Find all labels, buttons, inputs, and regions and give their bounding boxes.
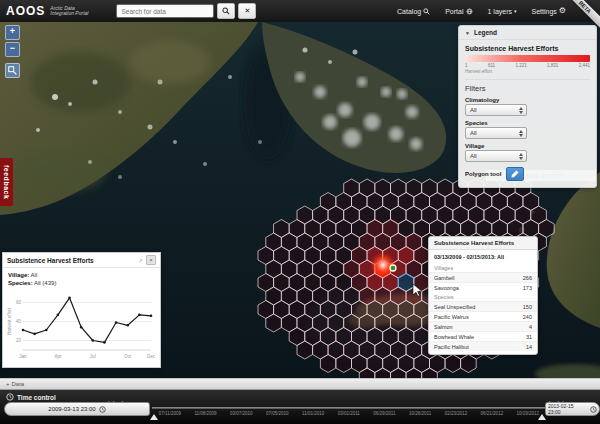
timeline-track[interactable] — [152, 407, 546, 409]
legend-panel: ▼ Legend Subsistence Harvest Efforts 161… — [458, 25, 597, 188]
filter-climatology: ClimatologyAll — [465, 97, 590, 116]
filter-label: Species — [465, 120, 590, 126]
timeline-start-handle[interactable] — [150, 414, 158, 420]
timeline-tick: 03/07/2010 — [230, 411, 253, 416]
table-row: Gambell266 — [429, 272, 537, 282]
clock-icon — [99, 406, 106, 413]
search-icon — [222, 7, 230, 15]
scale-tick: 2,441 — [579, 63, 590, 68]
svg-text:40: 40 — [16, 319, 22, 324]
color-scale-label: Harvest effort — [465, 69, 590, 74]
data-panel-toggle[interactable]: + Data — [6, 381, 24, 387]
close-icon[interactable]: × — [146, 255, 156, 265]
clear-search-button[interactable]: ✕ — [238, 3, 256, 19]
hex-cell[interactable] — [266, 314, 282, 332]
hex-info-popup: Subsistence Harvest Efforts 03/13/2009 -… — [428, 236, 538, 355]
villages-table: Gambell266Savoonga173 — [429, 272, 537, 292]
select-caret-icon — [519, 153, 523, 160]
timeline-tick: 07/11/2009 — [159, 411, 181, 416]
timeline-start-date[interactable]: 2009-03-13 23:00 — [4, 402, 150, 416]
popup-title: Subsistence Harvest Efforts — [429, 237, 537, 250]
scale-tick: 1,831 — [547, 63, 558, 68]
data-panel-bar: + Data — [0, 378, 600, 390]
nav-settings[interactable]: Settings ⚙ — [532, 7, 566, 15]
harvest-chart-panel: Subsistence Harvest Efforts ↗ × Village:… — [2, 252, 161, 368]
pencil-icon — [511, 170, 519, 178]
village-marker[interactable] — [390, 265, 396, 271]
header-nav: Catalog Portal 1 layers ▾ Settings ⚙ — [397, 7, 566, 15]
search-input[interactable] — [116, 4, 214, 18]
timeline-tick: 10/19/2012 — [517, 411, 540, 416]
search-icon — [423, 8, 430, 15]
search-button[interactable] — [217, 3, 235, 19]
hex-cell[interactable] — [297, 341, 313, 359]
timeline-tick: 02/23/2012 — [445, 411, 468, 416]
table-row: Seal Unspecified150 — [429, 301, 537, 311]
svg-text:Harvest effort: Harvest effort — [7, 307, 12, 335]
aoos-logo[interactable]: AOOS Arctic Data Integration Portal — [6, 4, 88, 18]
timeline-tick: 07/05/2010 — [266, 411, 289, 416]
svg-text:Jan: Jan — [19, 354, 27, 359]
time-control-title: Time control — [6, 393, 56, 401]
timeline-tick: 10/26/2011 — [409, 411, 431, 416]
chart-panel-title: Subsistence Harvest Efforts — [7, 257, 138, 264]
select-caret-icon — [519, 107, 523, 114]
nav-portal[interactable]: Portal — [445, 8, 472, 15]
filter-select-climatology[interactable]: All — [465, 104, 527, 116]
scale-tick: 1 — [465, 63, 468, 68]
table-row: Pacific Halibut14 — [429, 341, 537, 351]
time-control-bar: Time control |◀ ◀ ▶ ▶| 07/11/200911/08/2… — [0, 390, 600, 424]
top-header: AOOS Arctic Data Integration Portal ✕ Ca… — [0, 0, 600, 22]
svg-text:Jul: Jul — [90, 354, 96, 359]
map-zoom-controls: + − — [5, 25, 20, 80]
chart-filters-summary: Village: All Species: All (439) — [3, 268, 160, 287]
filters-title: Filters — [465, 84, 590, 93]
harvest-effort-line-chart: 204060Harvest effortJanAprJulOctDec — [6, 288, 155, 360]
svg-text:60: 60 — [16, 300, 22, 305]
table-row: Pacific Walrus240 — [429, 311, 537, 321]
external-link-icon[interactable]: ↗ — [138, 257, 143, 264]
table-row: Bowhead Whale31 — [429, 331, 537, 341]
timeline-tick: 11/08/2009 — [194, 411, 216, 416]
nav-catalog[interactable]: Catalog — [397, 8, 430, 15]
globe-icon — [466, 8, 473, 15]
polygon-tool-button[interactable] — [506, 167, 524, 181]
timeline-tick-labels: 07/11/200911/08/200903/07/201007/05/2010… — [152, 411, 546, 416]
filter-select-village[interactable]: All — [465, 150, 527, 162]
hex-cell[interactable] — [320, 355, 336, 373]
table-row: Salmon4 — [429, 321, 537, 331]
species-section-label: Species — [429, 292, 537, 301]
color-scale-gradient — [465, 55, 590, 62]
clock-icon — [590, 406, 597, 413]
table-row: Savoonga173 — [429, 282, 537, 292]
clock-icon — [6, 393, 14, 401]
logo-text: AOOS — [6, 4, 45, 18]
scale-tick: 611 — [488, 63, 495, 68]
filter-label: Climatology — [465, 97, 590, 103]
hex-cell[interactable] — [461, 355, 477, 373]
nav-layers[interactable]: 1 layers ▾ — [488, 8, 517, 15]
timeline-tick: 06/21/2012 — [481, 411, 504, 416]
timeline-tick: 03/01/2011 — [338, 411, 360, 416]
hex-cell[interactable] — [336, 355, 352, 373]
timeline-end-date[interactable]: 2013-02-15 23:00 — [545, 402, 600, 416]
scale-tick: 1,221 — [515, 63, 526, 68]
species-table: Seal Unspecified150Pacific Walrus240Salm… — [429, 301, 537, 351]
feedback-tab[interactable]: feedback — [0, 158, 13, 206]
hex-cell[interactable] — [445, 355, 461, 373]
zoom-out-button[interactable]: − — [5, 42, 20, 57]
filter-select-species[interactable]: All — [465, 127, 527, 139]
timeline-tick: 06/29/2011 — [373, 411, 395, 416]
zoom-in-button[interactable]: + — [5, 25, 20, 40]
zoom-extent-button[interactable] — [5, 63, 20, 78]
legend-collapse-header[interactable]: ▼ Legend — [459, 26, 596, 40]
plus-icon: + — [6, 381, 10, 387]
svg-text:Apr: Apr — [54, 354, 62, 359]
chevron-down-icon: ▾ — [514, 8, 517, 14]
logo-tagline: Arctic Data Integration Portal — [50, 6, 88, 17]
filter-list: ClimatologyAllSpeciesAllVillageAll — [465, 97, 590, 162]
magnifier-box-icon — [8, 66, 17, 75]
map-canvas[interactable]: + − feedback ▼ Legend Subsistence Harves… — [0, 22, 600, 378]
select-caret-icon — [519, 130, 523, 137]
popup-date-range: 03/13/2009 - 02/15/2013: All — [429, 253, 537, 263]
